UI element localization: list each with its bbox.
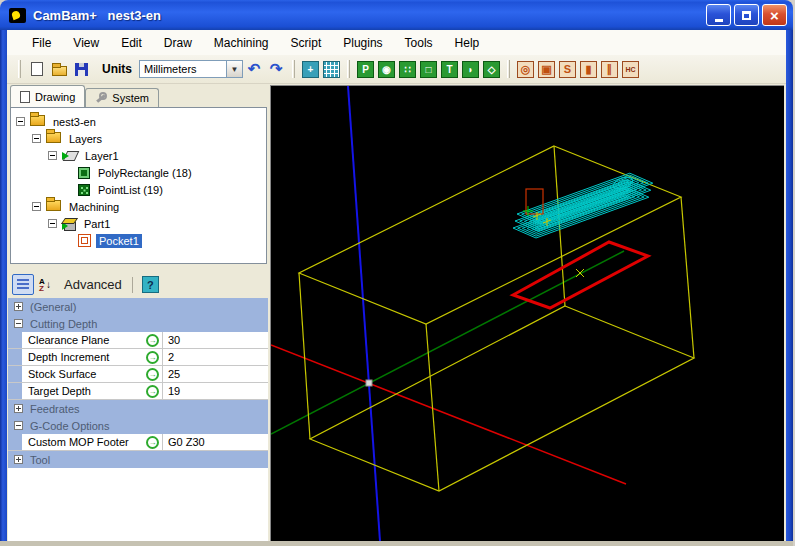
tab-system[interactable]: System — [85, 88, 159, 107]
collapse-icon[interactable] — [32, 202, 41, 211]
edit-arrow-icon[interactable]: → — [146, 368, 159, 381]
category-cutting-depth[interactable]: Cutting Depth — [8, 315, 268, 332]
target-depth-value[interactable]: 19 — [163, 383, 268, 399]
redo-button[interactable]: ↷ — [265, 58, 287, 80]
panel-tabs: Drawing System — [10, 85, 159, 107]
show-grid-button[interactable] — [323, 61, 340, 78]
tree-node-pointlist[interactable]: PointList (19) — [11, 181, 266, 198]
edit-arrow-icon[interactable]: → — [146, 334, 159, 347]
category-general-label: (General) — [30, 301, 76, 313]
minimize-icon — [715, 19, 723, 22]
mop-profile-button[interactable]: ▮ — [580, 61, 597, 78]
depth-increment-value[interactable]: 2 — [163, 349, 268, 365]
edit-arrow-icon[interactable]: → — [146, 385, 159, 398]
tree-node-pocket1[interactable]: Pocket1 — [11, 232, 266, 249]
tree-label-polyrectangle[interactable]: PolyRectangle (18) — [95, 166, 195, 180]
mop-drill-button[interactable]: ◎ — [517, 61, 534, 78]
edit-arrow-icon[interactable]: → — [146, 436, 159, 449]
toolbar-grip — [507, 60, 510, 78]
tree-label-layers[interactable]: Layers — [66, 132, 105, 146]
axis-lines — [271, 86, 626, 541]
collapse-icon[interactable] — [16, 117, 25, 126]
property-row-target-depth[interactable]: Target Depth → 19 — [8, 383, 268, 400]
expand-icon[interactable] — [14, 404, 23, 413]
tree-label-machining[interactable]: Machining — [66, 200, 122, 214]
category-tool[interactable]: Tool — [8, 451, 268, 468]
draw-rectangle-button[interactable]: □ — [420, 61, 437, 78]
tree-label-pocket1[interactable]: Pocket1 — [96, 234, 142, 248]
advanced-button[interactable]: Advanced — [64, 277, 122, 292]
mop-lathe-button[interactable]: ∥ — [601, 61, 618, 78]
collapse-icon[interactable] — [48, 219, 57, 228]
property-row-custom-mop-footer[interactable]: Custom MOP Footer → G0 Z30 — [8, 434, 268, 451]
show-axes-button[interactable]: + — [302, 61, 319, 78]
tree-label-pointlist[interactable]: PointList (19) — [95, 183, 166, 197]
category-general[interactable]: (General) — [8, 298, 268, 315]
mop-heightmap-button[interactable]: HC — [622, 61, 639, 78]
draw-pointlist-button[interactable]: ∷ — [399, 61, 416, 78]
tree-node-part1[interactable]: Part1 — [11, 215, 266, 232]
collapse-icon[interactable] — [32, 134, 41, 143]
open-file-button[interactable] — [48, 58, 70, 80]
menu-machining[interactable]: Machining — [203, 33, 280, 53]
collapse-icon[interactable] — [14, 319, 23, 328]
categorized-view-button[interactable] — [12, 274, 34, 295]
menu-tools[interactable]: Tools — [394, 33, 444, 53]
mop-engrave-button[interactable]: S — [559, 61, 576, 78]
close-button[interactable]: × — [762, 4, 787, 26]
units-combobox[interactable]: Millimeters — [139, 60, 227, 78]
alphabetical-sort-button[interactable]: AZ↓ — [34, 274, 56, 295]
tree-label-file[interactable]: nest3-en — [50, 115, 99, 129]
tree-node-layers[interactable]: Layers — [11, 130, 266, 147]
draw-text-button[interactable]: T — [441, 61, 458, 78]
maximize-button[interactable] — [734, 4, 759, 26]
new-file-button[interactable] — [26, 58, 48, 80]
mop-pocket-button[interactable]: ▣ — [538, 61, 555, 78]
main-toolbar: Units Millimeters ▼ ↶ ↷ + P ◉ ∷ □ T ◗ ◇ … — [7, 55, 786, 84]
app-icon — [9, 8, 26, 23]
property-row-stock-surface[interactable]: Stock Surface → 25 — [8, 366, 268, 383]
category-feedrates[interactable]: Feedrates — [8, 400, 268, 417]
menu-view[interactable]: View — [62, 33, 110, 53]
collapse-icon[interactable] — [14, 421, 23, 430]
tree-label-part1[interactable]: Part1 — [81, 217, 113, 231]
property-row-depth-increment[interactable]: Depth Increment → 2 — [8, 349, 268, 366]
menu-script[interactable]: Script — [280, 33, 333, 53]
save-icon — [75, 63, 88, 76]
tree-node-layer1[interactable]: Layer1 — [11, 147, 266, 164]
save-button[interactable] — [70, 58, 92, 80]
draw-circle-button[interactable]: ◉ — [378, 61, 395, 78]
tree-label-layer1[interactable]: Layer1 — [82, 149, 122, 163]
tree-node-file[interactable]: nest3-en — [11, 113, 266, 130]
edit-arrow-icon[interactable]: → — [146, 351, 159, 364]
menu-draw[interactable]: Draw — [153, 33, 203, 53]
minimize-button[interactable] — [706, 4, 731, 26]
draw-polyline-button[interactable]: P — [357, 61, 374, 78]
viewport-canvas[interactable] — [271, 86, 784, 541]
wrench-icon — [95, 92, 107, 104]
az-sort-icon: AZ — [39, 278, 45, 292]
property-row-clearance-plane[interactable]: Clearance Plane → 30 — [8, 332, 268, 349]
window-border-left — [0, 30, 7, 541]
menu-edit[interactable]: Edit — [110, 33, 153, 53]
stock-surface-value[interactable]: 25 — [163, 366, 268, 382]
collapse-icon[interactable] — [48, 151, 57, 160]
menu-file[interactable]: File — [21, 33, 62, 53]
help-button[interactable]: ? — [142, 276, 159, 293]
units-dropdown-button[interactable]: ▼ — [227, 60, 243, 78]
draw-arc-button[interactable]: ◗ — [462, 61, 479, 78]
custom-mop-footer-label: Custom MOP Footer — [22, 434, 143, 450]
draw-surface-button[interactable]: ◇ — [483, 61, 500, 78]
undo-button[interactable]: ↶ — [243, 58, 265, 80]
expand-icon[interactable] — [14, 455, 23, 464]
tree-node-polyrectangle[interactable]: PolyRectangle (18) — [11, 164, 266, 181]
custom-mop-footer-value[interactable]: G0 Z30 — [163, 434, 268, 450]
expand-icon[interactable] — [14, 302, 23, 311]
tree-node-machining[interactable]: Machining — [11, 198, 266, 215]
menu-help[interactable]: Help — [444, 33, 491, 53]
tab-drawing[interactable]: Drawing — [10, 85, 85, 107]
clearance-plane-value[interactable]: 30 — [163, 332, 268, 348]
category-gcode-options[interactable]: G-Code Options — [8, 417, 268, 434]
menu-plugins[interactable]: Plugins — [332, 33, 393, 53]
viewport-3d[interactable] — [270, 85, 784, 541]
